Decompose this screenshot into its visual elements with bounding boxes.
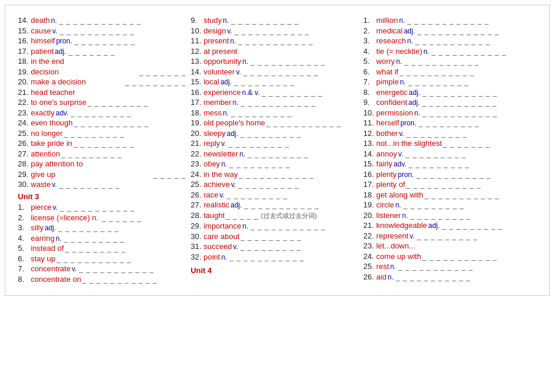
list-item: 6. stay up _ _ _ _ _ _ _ _ _ _ _: [18, 254, 186, 263]
list-item: 9. confident adj. _ _ _ _ _ _ _ _ _ _ _: [363, 98, 532, 107]
list-item: 28. pay attention to: [18, 159, 186, 168]
list-item: 3. silly adj. _ _ _ _ _ _ _ _ _: [18, 223, 186, 232]
list-item: 21. knowledgeable adj. _ _ _ _ _ _ _ _ _: [363, 221, 532, 230]
list-item: 27. attention _ _ _ _ _ _ _ _ _: [18, 149, 186, 158]
list-item: 3. research n. _ _ _ _ _ _ _ _ _ _ _: [363, 36, 532, 45]
list-item: 23. obey n. _ _ _ _ _ _ _ _ _: [191, 159, 359, 168]
list-item: 16. plenty pron. _ _ _ _ _ _ _ _ _ _ _: [363, 170, 532, 179]
list-item: 22. to one's surprise _ _ _ _ _ _ _ _ _: [18, 98, 186, 107]
list-item: 18. in the end: [18, 57, 186, 66]
list-item: 7. pimple n. _ _ _ _ _ _ _ _ _: [363, 77, 532, 86]
unit4-title: Unit 4: [191, 266, 359, 275]
list-item: 2. license (=licence) n. _ _ _ _ _ _: [18, 213, 186, 222]
list-item: 4. earring n. _ _ _ _ _ _ _ _ _: [18, 234, 186, 243]
list-item: 19. decision _ _ _ _ _ _ _: [18, 67, 186, 76]
list-item: 23. let...down...: [363, 241, 532, 250]
list-item: 23. exactly adv. _ _ _ _ _ _ _ _ _: [18, 108, 186, 117]
list-item: 21. reply v. _ _ _ _ _ _ _ _ _: [191, 139, 359, 148]
list-item: 31. succeed v. _ _ _ _ _ _ _ _ _: [191, 242, 359, 251]
list-item: 25. rest n. _ _ _ _ _ _ _ _ _ _ _: [363, 262, 532, 271]
list-item: 11. herself pron. _ _ _ _ _ _ _ _ _: [363, 118, 532, 127]
list-item: 20. listener n. _ _ _ _ _ _ _ _ _: [363, 211, 532, 220]
list-item: 32. point n. _ _ _ _ _ _ _ _ _ _ _: [191, 253, 359, 261]
list-item: 17. member n. _ _ _ _ _ _ _ _ _ _ _: [191, 98, 359, 107]
list-item: 11. present n. _ _ _ _ _ _ _ _ _ _ _: [191, 36, 359, 45]
list-item: 14. death n. _ _ _ _ _ _ _ _ _ _ _ _: [18, 16, 186, 25]
list-item: 6. what if _ _ _ _ _ _ _ _ _ _ _: [363, 67, 532, 76]
list-item: 27. realistic adj. _ _ _ _ _ _ _ _ _ _ _: [191, 200, 359, 209]
list-item: 30. waste v. _ _ _ _ _ _ _ _ _: [18, 180, 186, 189]
list-item: 24. in the way _ _ _ _ _ _ _ _ _ _ _: [191, 170, 359, 179]
list-item: 24. come up with _ _ _ _ _ _ _ _ _ _ _: [363, 252, 532, 261]
list-item: 2. medical adj. _ _ _ _ _ _ _ _ _ _ _ _: [363, 26, 532, 35]
list-item: 20. sleepy adj. _ _ _ _ _ _ _ _ _: [191, 129, 359, 138]
list-item: 12. at present: [191, 47, 359, 56]
list-item: 25. achieve v. _ _ _ _ _ _ _ _ _: [191, 180, 359, 189]
list-item: 1. million n. _ _ _ _ _ _ _ _ _ _ _ _: [363, 16, 532, 25]
unit3-title: Unit 3: [18, 192, 186, 201]
list-item: 13. opportunity n. _ _ _ _ _ _ _ _ _ _ _: [191, 57, 359, 66]
list-item: 17. plenty of _ _ _ _ _ _ _ _ _ _ _: [363, 180, 532, 189]
list-item: 24. even though _ _ _ _ _ _ _ _ _ _ _: [18, 118, 186, 127]
list-item: 4. tie (= necktie) n. _ _ _ _ _ _ _ _ _ …: [363, 47, 532, 56]
column-3: 1. million n. _ _ _ _ _ _ _ _ _ _ _ _ 2.…: [363, 16, 536, 285]
list-item: 25. no longer _ _ _ _ _ _ _ _ _: [18, 129, 186, 138]
list-item: 21. head teacher: [18, 88, 186, 97]
list-item: 16. himself pron. _ _ _ _ _ _ _ _ _: [18, 36, 186, 45]
list-item: 26. aid n. _ _ _ _ _ _ _ _ _ _ _: [363, 272, 532, 281]
list-item: 14. volunteer v. _ _ _ _ _ _ _ _ _ _ _: [191, 67, 359, 76]
list-item: 16. experience n.& v. _ _ _ _ _ _ _ _ _: [191, 88, 359, 97]
list-item: 14. annoy v. _ _ _ _ _ _ _ _ _: [363, 149, 532, 158]
list-item: 15. fairly adv. _ _ _ _ _ _ _ _ _: [363, 159, 532, 168]
list-item: 7. concentrate v. _ _ _ _ _ _ _ _ _ _ _: [18, 264, 186, 273]
list-item: 8. concentrate on _ _ _ _ _ _ _ _ _ _ _: [18, 275, 186, 284]
list-item: 1. pierce v. _ _ _ _ _ _ _ _ _ _ _: [18, 203, 186, 212]
list-item: 8. energetic adj. _ _ _ _ _ _ _ _ _ _ _: [363, 88, 532, 97]
list-item: 15. cause v. _ _ _ _ _ _ _ _ _ _ _: [18, 26, 186, 35]
list-item: 18. mess n. _ _ _ _ _ _ _ _ _: [191, 108, 359, 117]
list-item: 10. design v. _ _ _ _ _ _ _ _ _ _ _: [191, 26, 359, 35]
list-item: 5. worry n. _ _ _ _ _ _ _ _ _ _ _: [363, 57, 532, 66]
list-item: 12. bother v. _ _ _ _ _ _ _ _ _: [363, 129, 532, 138]
main-page: 14. death n. _ _ _ _ _ _ _ _ _ _ _ _ 15.…: [5, 5, 550, 296]
list-item: 5. instead of _ _ _ _ _ _ _ _ _: [18, 244, 186, 253]
list-item: 26. race v. _ _ _ _ _ _ _ _ _: [191, 190, 359, 199]
list-item: 9. study n. _ _ _ _ _ _ _ _ _ _: [191, 16, 359, 25]
list-item: 18. get along with _ _ _ _ _ _ _ _ _ _ _: [363, 190, 532, 199]
list-item: 22. represent v. _ _ _ _ _ _ _ _ _: [363, 231, 532, 240]
list-item: 19. old people's home _ _ _ _ _ _ _ _ _ …: [191, 118, 359, 127]
list-item: 19. circle n. _ _ _ _ _ _ _ _ _: [363, 200, 532, 209]
list-item: 29. give up _ _ _ _ _: [18, 170, 186, 179]
list-item: 22. newsletter n. _ _ _ _ _ _ _ _ _: [191, 149, 359, 158]
columns-container: 14. death n. _ _ _ _ _ _ _ _ _ _ _ _ 15.…: [18, 16, 536, 285]
list-item: 28. taught _ _ _ _ _ (过去式或过去分词): [191, 211, 359, 220]
list-item: 17. patient adj. _ _ _ _ _ _ _: [18, 47, 186, 56]
list-item: 10. permission n. _ _ _ _ _ _ _ _ _ _ _: [363, 108, 532, 117]
column-1: 14. death n. _ _ _ _ _ _ _ _ _ _ _ _ 15.…: [18, 16, 191, 285]
list-item: 13. not...in the slightest _ _ _ _ _ _ _: [363, 139, 532, 148]
column-2: 9. study n. _ _ _ _ _ _ _ _ _ _ 10. desi…: [191, 16, 363, 285]
list-item: 15. local adj. _ _ _ _ _ _ _ _ _: [191, 77, 359, 86]
list-item: 30. care about _ _ _ _ _ _ _ _ _: [191, 232, 359, 241]
list-item: 20. make a decision _ _ _ _ _ _ _ _ _: [18, 77, 186, 86]
list-item: 26. take pride in _ _ _ _ _ _ _ _ _: [18, 139, 186, 148]
list-item: 29. importance n. _ _ _ _ _ _ _ _ _ _ _: [191, 221, 359, 230]
